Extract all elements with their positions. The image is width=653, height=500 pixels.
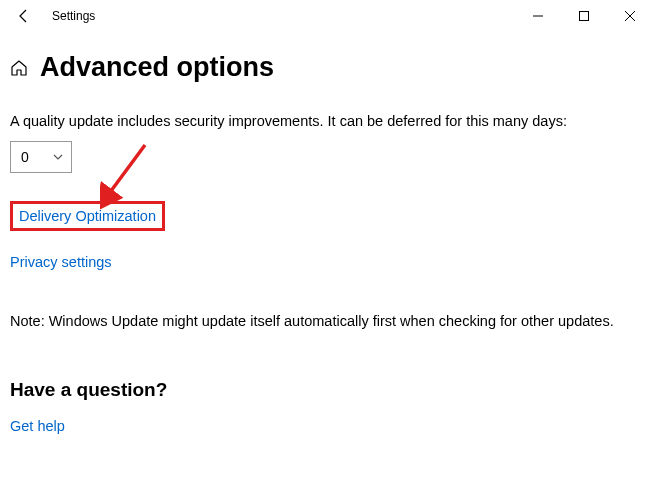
close-icon [625,11,635,21]
window-controls [515,0,653,32]
page-title: Advanced options [40,52,274,83]
deferral-days-value: 0 [21,149,29,165]
deferral-description: A quality update includes security impro… [10,113,643,129]
question-heading: Have a question? [10,379,643,401]
maximize-button[interactable] [561,0,607,32]
annotation-highlight-box: Delivery Optimization [10,201,165,231]
update-note: Note: Windows Update might update itself… [10,313,643,329]
delivery-optimization-link[interactable]: Delivery Optimization [19,208,156,224]
minimize-button[interactable] [515,0,561,32]
svg-rect-1 [580,12,589,21]
privacy-settings-link[interactable]: Privacy settings [10,254,112,270]
window-title: Settings [52,9,95,23]
close-button[interactable] [607,0,653,32]
minimize-icon [533,11,543,21]
titlebar: Settings [0,0,653,32]
content-area: Advanced options A quality update includ… [0,32,653,435]
deferral-days-dropdown[interactable]: 0 [10,141,72,173]
back-button[interactable] [8,0,40,32]
maximize-icon [579,11,589,21]
back-arrow-icon [16,8,32,24]
chevron-down-icon [53,154,63,160]
home-icon[interactable] [10,59,28,77]
get-help-link[interactable]: Get help [10,418,65,434]
page-header: Advanced options [10,52,643,83]
